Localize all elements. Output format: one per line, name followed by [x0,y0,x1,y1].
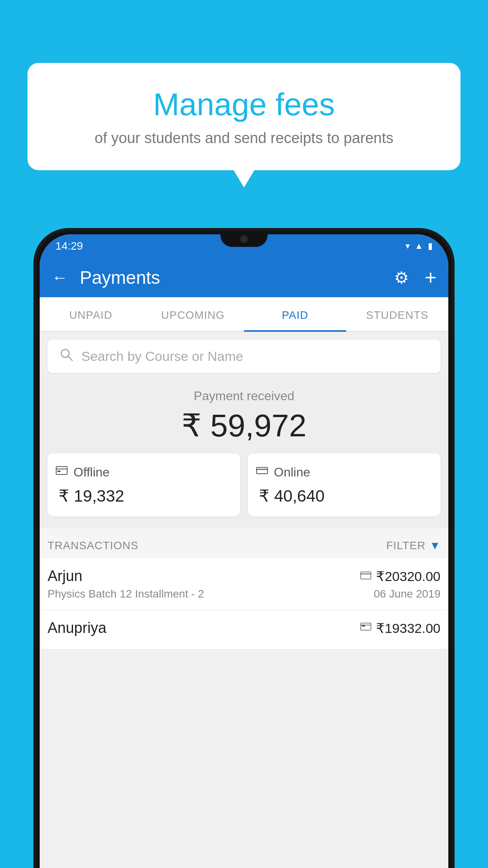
offline-card: Offline ₹ 19,332 [48,453,240,517]
phone-screen: 14:29 ▾ ▲ ▮ ← Payments ⚙ + UNPAID UPCOMI… [40,234,448,868]
svg-rect-5 [257,467,268,474]
svg-line-1 [68,357,72,360]
payment-amount: ₹ 59,972 [48,407,440,444]
search-bar[interactable]: Search by Course or Name [48,340,440,373]
settings-icon[interactable]: ⚙ [394,268,409,287]
online-icon [256,464,268,480]
signal-icon: ▲ [415,241,423,251]
transaction-amount-container: ₹19332.00 [360,620,440,636]
speech-bubble: Manage fees of your students and send re… [28,63,460,170]
wifi-icon: ▾ [405,241,410,251]
bubble-title: Manage fees [55,86,433,123]
status-icons: ▾ ▲ ▮ [405,241,433,251]
payment-section: Payment received ₹ 59,972 [40,377,448,528]
bubble-subtitle: of your students and send receipts to pa… [55,130,433,147]
transaction-date: 06 June 2019 [374,588,440,600]
transaction-amount-container: ₹20320.00 [360,568,440,584]
add-button[interactable]: + [425,266,437,289]
app-header: ← Payments ⚙ + [40,258,448,297]
search-icon [59,348,73,365]
transaction-amount: ₹19332.00 [376,620,440,636]
offline-payment-icon [360,622,371,634]
tab-unpaid[interactable]: UNPAID [40,297,142,331]
filter-icon: ▼ [429,539,440,552]
transaction-name: Arjun [48,568,83,585]
phone-bezel: 14:29 ▾ ▲ ▮ ← Payments ⚙ + UNPAID UPCOMI… [37,231,451,868]
online-amount: ₹ 40,640 [256,486,325,506]
payment-cards: Offline ₹ 19,332 [48,453,440,517]
back-button[interactable]: ← [51,268,68,287]
offline-icon [55,464,68,480]
filter-label: FILTER [386,539,426,552]
phone-notch [220,231,268,247]
status-time: 14:29 [55,240,83,252]
search-placeholder: Search by Course or Name [81,349,243,364]
battery-icon: ▮ [428,241,433,251]
offline-amount: ₹ 19,332 [55,486,124,506]
tab-students[interactable]: STUDENTS [346,297,448,331]
tab-upcoming[interactable]: UPCOMING [142,297,244,331]
card-payment-icon [360,570,371,582]
online-card: Online ₹ 40,640 [248,453,440,517]
transaction-row[interactable]: Anupriya ₹19332.00 [40,610,448,649]
camera [240,235,248,243]
transaction-course: Physics Batch 12 Installment - 2 [48,588,204,600]
tabs-bar: UNPAID UPCOMING PAID STUDENTS [40,297,448,332]
filter-container[interactable]: FILTER ▼ [386,539,440,552]
offline-label: Offline [73,465,110,480]
svg-rect-9 [361,623,371,630]
transaction-amount: ₹20320.00 [376,568,440,584]
tab-paid[interactable]: PAID [244,297,346,331]
transaction-name: Anupriya [48,620,106,636]
transactions-label: TRANSACTIONS [48,539,138,552]
speech-bubble-container: Manage fees of your students and send re… [28,63,460,170]
header-title: Payments [80,267,386,288]
transactions-header: TRANSACTIONS FILTER ▼ [40,528,448,558]
payment-received-label: Payment received [48,389,440,403]
phone-frame: 14:29 ▾ ▲ ▮ ← Payments ⚙ + UNPAID UPCOMI… [33,228,455,868]
transaction-row[interactable]: Arjun ₹20320.00 Physics Batch 12 Install… [40,558,448,610]
online-label: Online [274,465,310,480]
svg-rect-7 [361,572,371,579]
svg-rect-4 [57,471,61,472]
